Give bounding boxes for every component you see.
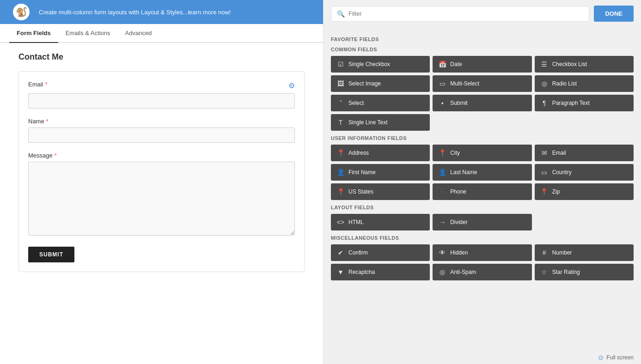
- field-first-name[interactable]: 👤First Name: [331, 164, 430, 181]
- name-required: *: [46, 118, 49, 125]
- field-date[interactable]: 📅Date: [433, 56, 531, 73]
- form-card: Email * ⚙ Name * Message *: [18, 71, 305, 272]
- field-address[interactable]: 📍Address: [331, 145, 430, 161]
- date-icon: 📅: [438, 61, 446, 68]
- logo: 🐒: [7, 4, 35, 20]
- select-image-icon: 🖼: [336, 80, 345, 87]
- tab-emails-actions[interactable]: Emails & Actions: [58, 24, 118, 43]
- field-phone[interactable]: 📞Phone: [433, 183, 531, 200]
- confirm-icon: ✔: [336, 249, 345, 256]
- fullscreen-bar: ⊙ Full screen: [324, 351, 641, 364]
- field-submit[interactable]: ▪Submit: [433, 95, 531, 111]
- email-input[interactable]: [28, 93, 295, 109]
- left-panel: 🐒 Create multi-column form layouts with …: [0, 0, 324, 364]
- section-title-layout: LAYOUT FIELDS: [331, 205, 634, 210]
- section-title-favorite: FAVORITE FIELDS: [331, 36, 634, 42]
- message-input[interactable]: [28, 162, 295, 236]
- search-icon: 🔍: [337, 10, 345, 18]
- field-paragraph-text[interactable]: ¶Paragraph Text: [535, 95, 634, 111]
- field-country[interactable]: ▭Country: [535, 164, 634, 181]
- field-last-name[interactable]: 👤Last Name: [433, 164, 531, 181]
- field-radio-list[interactable]: ◎Radio List: [535, 75, 634, 92]
- done-button[interactable]: DONE: [594, 6, 634, 22]
- submit-button[interactable]: SUBMIT: [28, 247, 74, 262]
- phone-icon: 📞: [438, 188, 446, 195]
- message-field-group: Message *: [28, 152, 295, 237]
- field-number[interactable]: #Number: [535, 244, 634, 261]
- country-icon: ▭: [540, 169, 549, 176]
- hidden-icon: 👁: [438, 249, 446, 256]
- last-name-icon: 👤: [438, 169, 446, 176]
- city-icon: 📍: [438, 149, 446, 157]
- single-line-text-icon: T: [336, 119, 345, 126]
- us-states-icon: 📍: [336, 188, 345, 195]
- form-area: Contact Me Email * ⚙ Name *: [0, 43, 323, 364]
- email-label: Email *: [28, 81, 48, 88]
- field-single-checkbox[interactable]: ☑Single Checkbox: [331, 56, 430, 73]
- email-field-group: Email * ⚙: [28, 81, 295, 109]
- select-icon: ˅: [336, 99, 345, 107]
- html-icon: <>: [336, 218, 345, 226]
- tabs: Form Fields Emails & Actions Advanced: [0, 24, 323, 43]
- divider-icon: →: [438, 218, 446, 226]
- section-title-common: COMMON FIELDS: [331, 47, 634, 52]
- section-title-user-info: USER INFORMATION FIELDS: [331, 135, 634, 141]
- field-recaptcha[interactable]: ▼Recaptcha: [331, 264, 430, 280]
- number-icon: #: [540, 249, 549, 256]
- star-rating-icon: ☆: [540, 268, 549, 276]
- message-label: Message *: [28, 152, 295, 159]
- filter-bar: 🔍 DONE: [324, 0, 641, 27]
- user-info-fields-grid: 📍Address 📍City ✉Email 👤First Name 👤Last …: [331, 145, 634, 200]
- filter-input[interactable]: [348, 10, 583, 17]
- email-settings-icon[interactable]: ⚙: [288, 81, 295, 90]
- paragraph-text-icon: ¶: [540, 99, 549, 107]
- field-select[interactable]: ˅Select: [331, 95, 430, 111]
- right-panel: 🔍 DONE FAVORITE FIELDS COMMON FIELDS ☑Si…: [324, 0, 641, 364]
- radio-list-icon: ◎: [540, 80, 549, 87]
- recaptcha-icon: ▼: [336, 268, 345, 276]
- fullscreen-icon: ⊙: [598, 354, 604, 361]
- field-checkbox-list[interactable]: ☰Checkbox List: [535, 56, 634, 73]
- misc-fields-grid: ✔Confirm 👁Hidden #Number ▼Recaptcha ◎Ant…: [331, 244, 634, 280]
- message-required: *: [55, 152, 57, 159]
- field-zip[interactable]: 📍Zip: [535, 183, 634, 200]
- field-us-states[interactable]: 📍US States: [331, 183, 430, 200]
- field-multi-select[interactable]: ▭Multi-Select: [433, 75, 531, 92]
- field-select-image[interactable]: 🖼Select Image: [331, 75, 430, 92]
- multi-select-icon: ▭: [438, 80, 446, 87]
- banner-text: Create multi-column form layouts with La…: [39, 9, 231, 16]
- email-required: *: [45, 81, 48, 88]
- field-city[interactable]: 📍City: [433, 145, 531, 161]
- single-checkbox-icon: ☑: [336, 61, 345, 68]
- section-title-misc: MISCELLANEOUS FIELDS: [331, 235, 634, 241]
- filter-input-wrap: 🔍: [331, 6, 589, 22]
- logo-icon: 🐒: [13, 4, 30, 20]
- field-hidden[interactable]: 👁Hidden: [433, 244, 531, 261]
- form-title: Contact Me: [18, 52, 305, 62]
- fullscreen-label[interactable]: Full screen: [606, 354, 634, 361]
- email-icon: ✉: [540, 149, 549, 157]
- name-label: Name *: [28, 118, 295, 125]
- field-single-line-text[interactable]: TSingle Line Text: [331, 114, 430, 131]
- anti-spam-icon: ◎: [438, 268, 446, 276]
- first-name-icon: 👤: [336, 169, 345, 176]
- field-confirm[interactable]: ✔Confirm: [331, 244, 430, 261]
- field-email[interactable]: ✉Email: [535, 145, 634, 161]
- banner: 🐒 Create multi-column form layouts with …: [0, 0, 323, 24]
- field-anti-spam[interactable]: ◎Anti-Spam: [433, 264, 531, 280]
- checkbox-list-icon: ☰: [540, 61, 549, 68]
- field-star-rating[interactable]: ☆Star Rating: [535, 264, 634, 280]
- name-field-group: Name *: [28, 118, 295, 143]
- submit-icon: ▪: [438, 99, 446, 107]
- layout-fields-grid: <>HTML →Divider: [331, 214, 634, 231]
- tab-advanced[interactable]: Advanced: [118, 24, 159, 43]
- name-input[interactable]: [28, 127, 295, 143]
- zip-icon: 📍: [540, 188, 549, 195]
- field-divider[interactable]: →Divider: [433, 214, 531, 231]
- field-html[interactable]: <>HTML: [331, 214, 430, 231]
- address-icon: 📍: [336, 149, 345, 157]
- tab-form-fields[interactable]: Form Fields: [9, 24, 58, 43]
- fields-content: FAVORITE FIELDS COMMON FIELDS ☑Single Ch…: [324, 27, 641, 351]
- common-fields-grid: ☑Single Checkbox 📅Date ☰Checkbox List 🖼S…: [331, 56, 634, 131]
